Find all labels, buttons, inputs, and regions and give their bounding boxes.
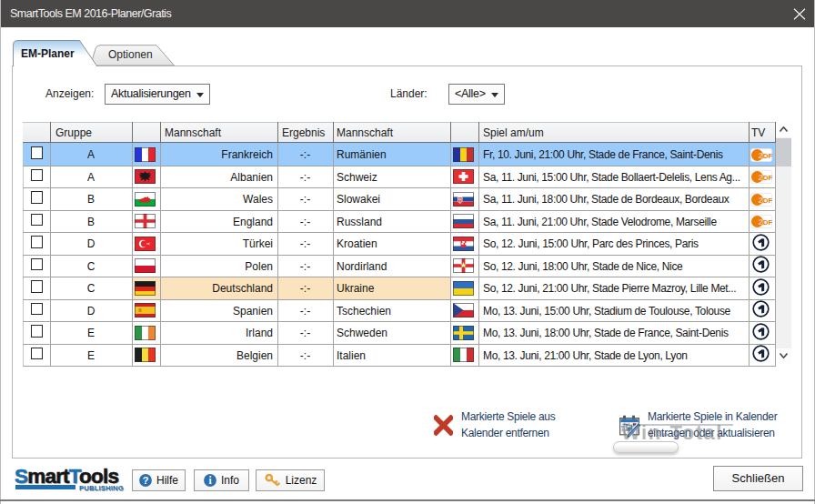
svg-text:DF: DF	[763, 196, 772, 204]
svg-text:?: ?	[143, 475, 149, 486]
svg-text:DF: DF	[763, 174, 772, 182]
svg-text:DF: DF	[763, 151, 772, 159]
svg-text:DF: DF	[763, 218, 772, 227]
